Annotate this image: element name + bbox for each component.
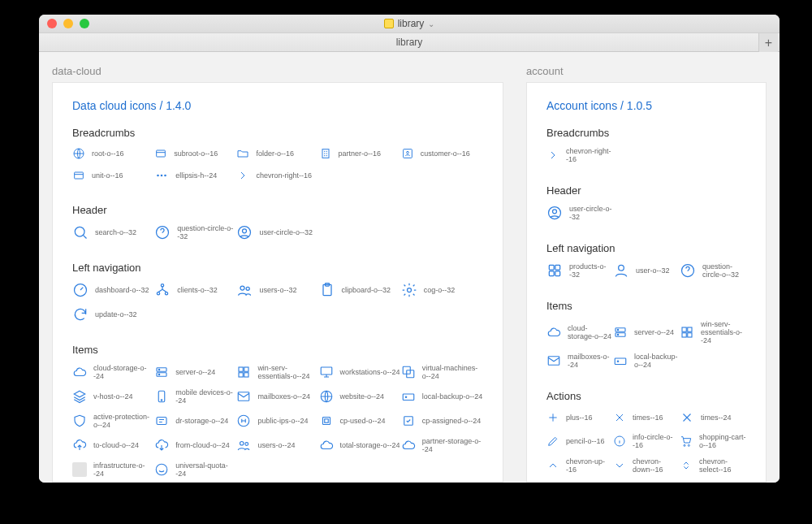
icon-item[interactable]: clipboard-o--32: [319, 282, 401, 298]
cloud-icon: [319, 438, 334, 453]
icon-item[interactable]: mobile devices-o--24: [154, 388, 236, 405]
svg-rect-66: [688, 333, 692, 337]
icon-item[interactable]: dr-storage-o--24: [154, 413, 236, 429]
svg-rect-56: [555, 271, 560, 276]
icon-item[interactable]: chevron-right--16: [546, 147, 613, 163]
icon-item[interactable]: infrastructure-o--24: [72, 461, 154, 478]
search-icon: [72, 224, 89, 240]
icon-item[interactable]: trash-o--24: [546, 482, 613, 483]
icon-item[interactable]: mailboxes-o--24: [546, 353, 613, 369]
icon-label: cp-assigned-o--24: [422, 417, 482, 425]
icon-item[interactable]: question-circle-o--32: [154, 224, 236, 240]
icon-item[interactable]: mailboxes-o--24: [236, 388, 318, 405]
icon-item[interactable]: users-o--24: [236, 437, 318, 453]
icon-item[interactable]: user-circle-o--32: [546, 205, 613, 221]
icon-item[interactable]: clients-o--32: [154, 282, 236, 298]
minimize-button[interactable]: [63, 19, 73, 28]
svg-point-72: [688, 444, 689, 446]
icon-item[interactable]: key-o--24: [680, 482, 746, 483]
icon-item[interactable]: local-backup-o--24: [401, 388, 483, 405]
icon-item[interactable]: server-o--24: [613, 320, 680, 344]
icon-item[interactable]: search-o--32: [72, 224, 154, 240]
icon-label: subroot-o--16: [174, 149, 218, 158]
close-button[interactable]: [47, 19, 57, 28]
icon-item[interactable]: partner-o--16: [319, 147, 401, 160]
icon-item[interactable]: universal-quota--24: [154, 461, 236, 478]
svg-rect-65: [682, 333, 686, 337]
icon-item[interactable]: chevron-right--16: [236, 168, 318, 183]
svg-rect-39: [157, 418, 166, 425]
icon-item[interactable]: chevron-select--16: [680, 457, 746, 474]
svg-rect-37: [403, 394, 414, 401]
icon-label: v-host-o--24: [93, 392, 133, 401]
box-icon: [154, 147, 167, 160]
new-tab-button[interactable]: +: [758, 33, 778, 53]
icon-item[interactable]: products-o--32: [546, 262, 613, 279]
icon-item[interactable]: folder-o--16: [236, 147, 318, 160]
section-title-leftnav: Left navigation: [546, 242, 746, 254]
icon-item[interactable]: v-host-o--24: [72, 388, 154, 405]
icon-item[interactable]: local-backup-o--24: [613, 353, 680, 369]
icon-label: root-o--16: [92, 149, 124, 158]
icon-item[interactable]: root-o--16: [72, 147, 154, 160]
icon-item[interactable]: plus--16: [546, 410, 613, 425]
icon-grid-leftnav: products-o--32user-o--32question-circle-…: [546, 262, 746, 287]
box-icon: [72, 169, 85, 182]
icon-label: pencil-o--16: [566, 437, 605, 445]
icon-item[interactable]: workstations-o--24: [319, 364, 401, 380]
icon-item[interactable]: from-cloud-o--24: [154, 437, 236, 453]
svg-point-12: [243, 229, 247, 233]
drive-icon: [613, 353, 628, 368]
icon-item[interactable]: times--24: [680, 410, 746, 425]
icon-item[interactable]: dashboard-o--32: [72, 282, 154, 298]
icon-item[interactable]: info-circle-o--16: [613, 433, 680, 449]
icon-item[interactable]: user-o--32: [613, 262, 680, 279]
icon-item[interactable]: cloud-storage-o--24: [72, 364, 154, 380]
icon-item[interactable]: pencil-o--16: [546, 433, 613, 449]
tab-label[interactable]: library: [396, 37, 423, 48]
icon-label: clipboard-o--32: [342, 286, 391, 294]
section-title-header: Header: [72, 204, 483, 216]
svg-point-8: [165, 175, 166, 176]
panel-account: Account icons / 1.0.5 Breadcrumbschevron…: [526, 82, 767, 483]
icon-item[interactable]: unit-o--16: [72, 168, 154, 183]
icon-item[interactable]: cog-o--32: [401, 282, 483, 298]
section-title-breadcrumbs: Breadcrumbs: [546, 127, 746, 139]
icon-item[interactable]: users-o--32: [236, 282, 318, 298]
icon-item[interactable]: chevron-down--16: [613, 457, 680, 474]
icon-item[interactable]: shopping-cart-o--16: [680, 433, 746, 449]
icon-item[interactable]: win-serv-essentials-o--24: [236, 364, 318, 380]
cpu-icon: [319, 414, 334, 428]
icon-label: chevron-select--16: [699, 457, 746, 474]
icon-item[interactable]: chevron-up--16: [546, 457, 613, 474]
icon-item[interactable]: cp-assigned-o--24: [401, 413, 483, 429]
chevron-down-icon: ⌄: [428, 19, 434, 28]
icon-item[interactable]: website-o--24: [319, 388, 401, 405]
icon-item[interactable]: cp-used-o--24: [319, 413, 401, 429]
icon-item[interactable]: subroot-o--16: [154, 147, 236, 160]
icon-item[interactable]: public-ips-o--24: [236, 413, 318, 429]
icon-item[interactable]: update-o--32: [72, 306, 154, 323]
icon-item[interactable]: win-serv-essentials-o--24: [680, 320, 746, 344]
icon-item[interactable]: virtual-machines-o--24: [401, 364, 483, 380]
icon-item[interactable]: server-o--24: [154, 364, 236, 380]
icon-item[interactable]: customer-o--16: [401, 147, 483, 160]
svg-rect-2: [322, 149, 329, 158]
gauge-icon: [72, 282, 89, 298]
icon-item[interactable]: partner-storage-o--24: [401, 437, 483, 453]
icon-item[interactable]: times--16: [613, 410, 680, 425]
icon-item[interactable]: user-circle-o--32: [236, 224, 318, 240]
zoom-button[interactable]: [80, 19, 89, 28]
question-icon: [154, 224, 171, 240]
icon-item[interactable]: cloud-storage-o--24: [546, 320, 613, 344]
icon-label: users-o--24: [257, 441, 295, 449]
placeholder-icon: [72, 462, 87, 477]
icon-item[interactable]: active-protection-o--24: [72, 413, 154, 429]
icon-item[interactable]: ellipsis-h--24: [154, 168, 236, 183]
icon-item[interactable]: turn-off-o--24: [613, 482, 680, 483]
icon-item[interactable]: total-storage-o--24: [319, 437, 401, 453]
icon-item[interactable]: to-cloud-o--24: [72, 437, 154, 453]
icon-item[interactable]: question-circle-o--32: [680, 262, 746, 279]
icon-label: win-serv-essentials-o--24: [257, 364, 318, 380]
window-title: library ⌄: [39, 18, 780, 29]
